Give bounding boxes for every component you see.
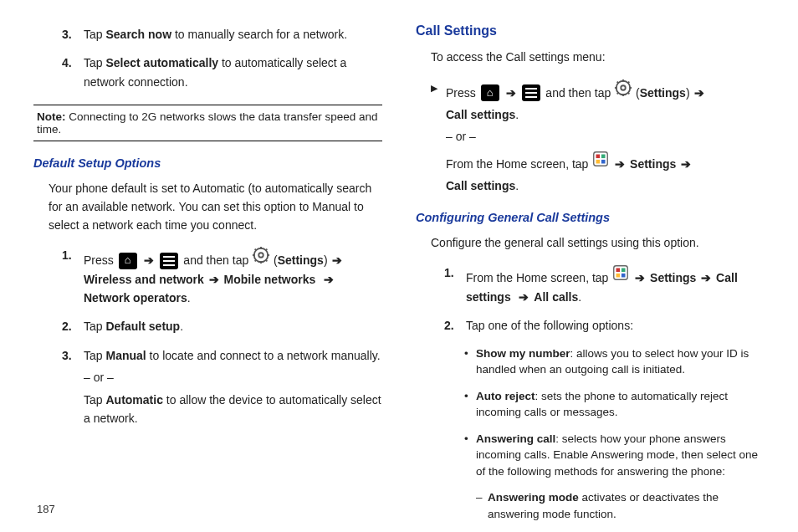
home-icon: ⌂	[119, 253, 137, 269]
arrow-icon: ➔	[615, 157, 625, 171]
step-text: From the Home screen, tap ➔ Settings ➔ C…	[466, 263, 765, 306]
apps-icon	[591, 157, 613, 171]
step-text: Tap Select automatically to automaticall…	[84, 54, 382, 91]
paragraph: Your phone default is set to Automatic (…	[49, 180, 382, 234]
arrow-icon: ➔	[144, 253, 154, 267]
dash-icon: –	[476, 489, 488, 522]
note-text: Connecting to 2G networks slows the data…	[37, 110, 377, 136]
or-separator: – or –	[84, 368, 382, 386]
step-text: Tap Default setup.	[84, 317, 382, 335]
cstep-2: 2. Tap one of the following options:	[444, 316, 765, 335]
heading-configuring: Configuring General Call Settings	[416, 211, 765, 224]
apps-icon	[611, 271, 633, 284]
dash-answering-mode: – Answering mode activates or deactivate…	[476, 489, 765, 522]
arrow-icon: ➔	[701, 271, 711, 284]
cstep-1: 1. From the Home screen, tap ➔ Settings …	[444, 263, 765, 306]
svg-rect-25	[614, 266, 628, 280]
arrow-icon: ➔	[519, 290, 529, 304]
svg-rect-26	[616, 269, 621, 273]
step-text: Press ⌂ ➔ and then tap (Settings) ➔ Wire…	[84, 246, 382, 307]
svg-rect-27	[622, 269, 626, 273]
step-number: 3.	[62, 25, 84, 43]
step-4: 4. Tap Select automatically to automatic…	[62, 54, 382, 91]
dstep-2: 2. Tap Default setup.	[62, 317, 382, 335]
svg-rect-28	[616, 274, 621, 278]
arrow-icon: ➔	[209, 273, 219, 286]
svg-line-18	[617, 92, 619, 94]
dstep-1: 1. Press ⌂ ➔ and then tap (Settings) ➔ W…	[62, 246, 382, 307]
step-number: 1.	[62, 246, 84, 307]
bullet-dot: •	[464, 345, 476, 378]
arrow-icon: ➔	[332, 253, 342, 267]
or-separator: – or –	[446, 127, 765, 146]
note-box: Note: Connecting to 2G networks slows th…	[33, 105, 382, 141]
svg-rect-24	[601, 160, 606, 164]
step-number: 3.	[62, 346, 84, 428]
arrow-icon: ➔	[635, 271, 645, 284]
svg-line-6	[255, 249, 257, 251]
svg-point-11	[621, 85, 626, 90]
step-number: 2.	[62, 317, 84, 335]
page-number: 187	[37, 503, 55, 515]
arrow-icon: ➔	[681, 157, 691, 171]
paragraph: Configure the general call settings usin…	[431, 234, 765, 253]
svg-line-16	[617, 81, 619, 83]
bullet-answering-call: • Answering call: selects how your phone…	[464, 431, 765, 480]
bullet-dot: •	[464, 388, 476, 421]
right-column: Call Settings To access the Call setting…	[416, 23, 765, 515]
heading-default-setup: Default Setup Options	[33, 156, 382, 170]
step-number: 4.	[62, 54, 84, 91]
dstep-3: 3. Tap Manual to locate and connect to a…	[62, 346, 382, 428]
home-icon: ⌂	[481, 84, 499, 101]
step-number: 1.	[444, 263, 466, 306]
arrow-icon: ➔	[324, 273, 334, 286]
arrow-icon: ➔	[506, 86, 516, 100]
bullet-dot: •	[464, 431, 476, 480]
paragraph: To access the Call settings menu:	[431, 49, 765, 67]
bullet-auto-reject: • Auto reject: sets the phone to automat…	[464, 388, 765, 421]
svg-rect-20	[594, 152, 608, 166]
svg-line-19	[628, 81, 630, 83]
svg-rect-23	[596, 160, 601, 164]
step-text: Tap Manual to locate and connect to a ne…	[84, 346, 382, 428]
left-column: 3. Tap Search now to manually search for…	[33, 23, 382, 515]
gear-icon	[614, 86, 636, 100]
menu-icon	[522, 84, 540, 101]
step-3: 3. Tap Search now to manually search for…	[62, 25, 382, 43]
svg-rect-22	[601, 154, 606, 158]
step-text: Tap one of the following options:	[466, 316, 765, 335]
triangle-bullet: ▶ Press ⌂ ➔ and then tap (Settings) ➔ Ca…	[431, 79, 765, 196]
triangle-icon: ▶	[431, 79, 446, 196]
step-text: Tap Search now to manually search for a …	[84, 25, 382, 43]
svg-line-17	[628, 92, 630, 94]
bullet-body: Press ⌂ ➔ and then tap (Settings) ➔ Call…	[446, 79, 765, 196]
gear-icon	[252, 253, 274, 267]
menu-icon	[160, 253, 178, 269]
svg-line-7	[266, 260, 268, 262]
note-label: Note:	[37, 110, 66, 123]
svg-line-8	[255, 260, 257, 262]
svg-rect-29	[622, 274, 626, 278]
svg-point-1	[258, 253, 263, 258]
arrow-icon: ➔	[694, 86, 704, 100]
bullet-show-my-number: • Show my number: allows you to select h…	[464, 345, 765, 378]
step-number: 2.	[444, 316, 466, 335]
heading-call-settings: Call Settings	[416, 23, 765, 38]
svg-line-9	[266, 249, 268, 251]
svg-rect-21	[596, 154, 601, 158]
